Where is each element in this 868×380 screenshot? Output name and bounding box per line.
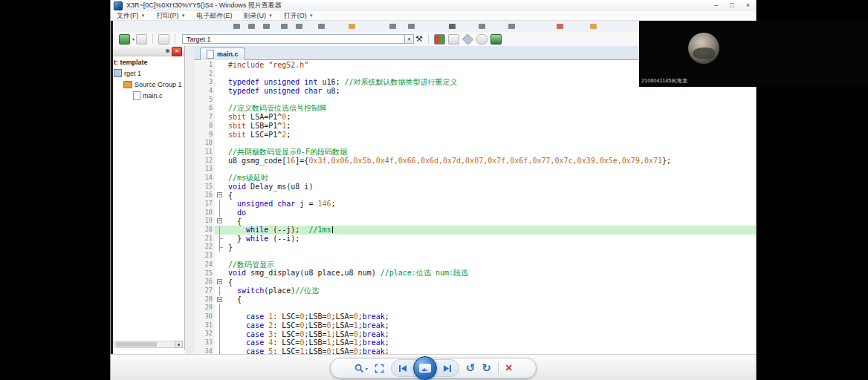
code-line: 31 case 2: LSC=0;LSB=0;LSA=1;break; <box>194 321 756 330</box>
actual-size-button[interactable] <box>375 361 384 376</box>
webcam-avatar <box>688 33 719 64</box>
code-line: 25void smg_display(u8 place,u8 num) //pl… <box>194 269 756 278</box>
code-line: 13 <box>194 165 756 174</box>
rotate-cw-button[interactable]: ↻ <box>482 361 491 376</box>
diamond-icon <box>462 33 473 45</box>
menu-bar: 文件(F)▼打印(P)▼电子邮件(E)刻录(U)▼打开(O)▼ <box>111 11 756 21</box>
code-line: 27 switch(place)//位选 <box>194 286 756 295</box>
tab-label: main.c <box>217 50 239 58</box>
slideshow-button[interactable] <box>413 356 437 380</box>
code-line: 8sbit LSB=P1^1; <box>194 122 756 131</box>
next-button[interactable] <box>442 361 453 376</box>
target-select-value: Target 1 <box>187 36 211 43</box>
code-line: 15void Delay_ms(u8 i) <box>194 183 756 191</box>
code-line: 11//共阴极数码管显示0-F的段码数据 <box>194 148 756 157</box>
code-line: 28 { <box>194 295 756 304</box>
tree-item: t: template <box>113 56 184 68</box>
code-line: 17 unsigned char j = 146; <box>194 200 756 209</box>
manage-components-icon <box>434 34 445 45</box>
menu-item[interactable]: 刻录(U)▼ <box>243 11 272 21</box>
tree-item: Source Group 1 <box>113 79 184 90</box>
fold-collapse-icon <box>215 278 224 286</box>
code-line: 21 } while (--i); <box>194 235 756 243</box>
fold-collapse-icon <box>215 217 224 226</box>
download-icon <box>158 34 169 45</box>
tab-main-c: main.c <box>200 48 245 60</box>
code-line: 12u8 gsmg_code[16]={0x3f,0x06,0x5b,0x4f,… <box>194 157 756 166</box>
menu-item[interactable]: 打印(P)▼ <box>156 11 185 21</box>
tree-item: rget 1 <box>113 68 184 79</box>
code-line: 32 case 3: LSC=0;LSB=1;LSA=0;break; <box>194 330 756 338</box>
code-line: 33 case 4: LSC=0;LSB=1;LSA=1;break; <box>194 338 756 347</box>
project-panel: × t: templaterget 1Source Group 1main.c <box>113 46 185 350</box>
target-select-caret: ▼ <box>405 34 414 44</box>
menu-item[interactable]: 文件(F)▼ <box>117 11 145 21</box>
slideshow-icon <box>419 364 431 373</box>
code-line: 7sbit LSA=P1^0; <box>194 113 756 122</box>
zoom-button[interactable]: ▾ <box>354 361 368 376</box>
text-cursor <box>332 226 333 233</box>
panel-splitter <box>185 46 194 354</box>
code-line: 34 case 5: LSC=1;LSB=0;LSA=0;break; <box>194 347 756 354</box>
viewer-bottom-bar: ▾ ↺ ↻ × <box>111 354 756 380</box>
previous-button[interactable] <box>398 361 408 376</box>
code-line: 30 case 1: LSC=0;LSB=0;LSA=0;break; <box>194 312 756 321</box>
code-line: 16{ <box>194 191 756 200</box>
build-icon <box>119 34 130 45</box>
target-icon <box>114 69 122 77</box>
menu-caret-icon: ▼ <box>141 13 146 18</box>
menu-caret-icon: ▼ <box>309 13 314 18</box>
batch-build-icon <box>136 34 147 45</box>
menu-item[interactable]: 电子邮件(E) <box>196 11 232 21</box>
file-icon <box>133 91 140 100</box>
code-line: 14//ms级延时 <box>194 174 756 183</box>
code-line: 22} <box>194 243 756 252</box>
window-title: X3R~[0C]%0XH30%YY5()S4 - Windows 照片查看器 <box>126 1 282 10</box>
minimize-button[interactable]: – <box>714 0 718 11</box>
code-view: 1#include "reg52.h"23typedef unsigned in… <box>194 59 756 354</box>
package-icon <box>490 34 502 45</box>
rotate-ccw-button[interactable]: ↺ <box>466 361 476 376</box>
wave-icon <box>476 34 488 45</box>
fold-collapse-icon <box>215 295 224 304</box>
menu-item[interactable]: 打开(O)▼ <box>284 11 314 21</box>
folder-icon <box>123 81 132 88</box>
code-line: 29 <box>194 304 756 312</box>
code-line: 18 do <box>194 209 756 217</box>
tree-item: main.c <box>113 90 184 101</box>
project-tree: t: templaterget 1Source Group 1main.c <box>113 56 184 101</box>
project-panel-header: × <box>113 46 184 56</box>
code-line: 20 while (--j); //1ms <box>194 226 756 235</box>
title-bar[interactable]: X3R~[0C]%0XH30%YY5()S4 - Windows 照片查看器 –… <box>111 0 756 11</box>
menu-caret-icon: ▼ <box>181 13 185 18</box>
options-for-target-icon: ⚒ <box>415 34 423 44</box>
zoom-caret-icon: ▾ <box>366 366 368 371</box>
webcam-caption: 2106041145向海龙 <box>641 77 687 85</box>
build-dropdown-caret: ▾ <box>132 36 135 42</box>
editor-area: main.c 1#include "reg52.h"23typedef unsi… <box>194 46 756 354</box>
maximize-button[interactable]: □ <box>730 0 733 11</box>
delete-button[interactable]: × <box>505 361 512 376</box>
photo-viewer-app-icon <box>114 1 123 10</box>
close-button[interactable]: × <box>746 0 750 11</box>
code-line: 23 <box>194 252 756 261</box>
target-select: Target 1 <box>182 34 405 44</box>
webcam-overlay: 2106041145向海龙 <box>639 21 868 87</box>
menu-caret-icon: ▼ <box>268 13 273 18</box>
fold-collapse-icon <box>215 191 224 200</box>
code-line: 9sbit LSC=P1^2; <box>194 131 756 140</box>
pin-icon <box>166 49 169 53</box>
file-icon <box>207 50 214 59</box>
code-line: 19 { <box>194 217 756 226</box>
copy-icon <box>448 34 459 45</box>
code-line: 4typedef unsigned char u8; <box>194 87 756 96</box>
navigation-group <box>391 359 459 377</box>
panel-close-icon: × <box>172 47 182 56</box>
project-hscrollbar <box>114 341 183 348</box>
code-line: 6//定义数码管位选信号控制脚 <box>194 104 756 113</box>
viewer-toolbar: ▾ ↺ ↻ × <box>330 358 537 379</box>
